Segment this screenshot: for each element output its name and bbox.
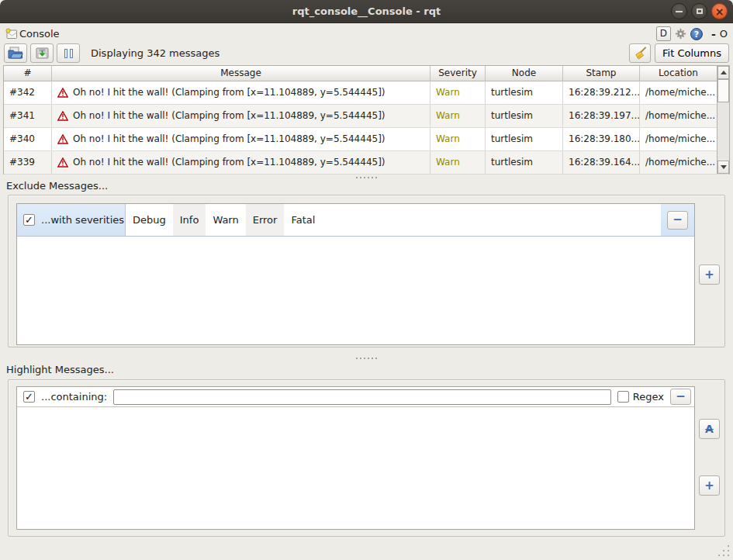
cell-id: #342: [4, 81, 52, 104]
containing-filter-input[interactable]: [113, 389, 611, 405]
titlebar: rqt_console__Console - rqt ×: [0, 0, 733, 23]
exclude-filter-list: ✓ ...with severities: Debug Info Warn Er…: [16, 203, 695, 345]
cell-location: /home/miche...: [640, 151, 717, 174]
rqt-window: rqt_console__Console - rqt × Console D: [0, 0, 733, 560]
pause-icon: [64, 49, 73, 58]
cell-message: Oh no! I hit the wall! (Clamping from [x…: [52, 105, 430, 127]
severity-filter-row[interactable]: ✓ ...with severities: Debug Info Warn Er…: [17, 204, 694, 237]
cell-id: #339: [4, 151, 52, 174]
column-header-id[interactable]: #: [4, 66, 52, 81]
message-text: Oh no! I hit the wall! (Clamping from [x…: [73, 81, 386, 104]
minimize-button[interactable]: [671, 3, 687, 19]
message-table: # Message Severity Node Stamp Location #…: [3, 65, 730, 175]
cell-location: /home/miche...: [640, 128, 717, 150]
save-disk-icon: [35, 47, 50, 60]
broom-icon: [633, 46, 648, 60]
scroll-down-button[interactable]: [717, 161, 729, 174]
dock-profile-button[interactable]: D: [656, 26, 671, 41]
cell-stamp: 16:28:39.212...: [563, 81, 640, 104]
minimize-icon: [676, 11, 683, 12]
containing-filter-checkbox[interactable]: ✓: [23, 391, 35, 403]
window-title: rqt_console__Console - rqt: [0, 0, 733, 22]
splitter-handle[interactable]: [0, 356, 733, 361]
cell-severity: Warn: [430, 151, 486, 174]
cell-node: turtlesim: [486, 128, 563, 150]
dock-header: Console D ? - O: [0, 25, 733, 43]
highlight-mode-toggle-button[interactable]: A: [699, 419, 720, 439]
cell-id: #341: [4, 105, 52, 127]
add-exclude-filter-button[interactable]: +: [699, 264, 720, 285]
warning-triangle-icon: [57, 134, 68, 144]
console-icon: [5, 28, 18, 40]
column-header-message[interactable]: Message: [52, 66, 430, 81]
exclude-section-label: Exclude Messages...: [6, 180, 108, 192]
cell-node: turtlesim: [486, 105, 563, 127]
window-controls: ×: [671, 3, 728, 19]
table-row[interactable]: #339 Oh no! I hit the wall! (Clamping fr…: [4, 151, 729, 175]
remove-highlight-filter-button[interactable]: −: [670, 389, 691, 405]
dock-minimize-button[interactable]: -: [711, 28, 716, 40]
exclude-groupbox: ✓ ...with severities: Debug Info Warn Er…: [8, 195, 725, 347]
cell-node: turtlesim: [486, 81, 563, 104]
severity-item-warn[interactable]: Warn: [206, 204, 245, 236]
dock-buttons: D ? - O: [656, 26, 728, 41]
table-row[interactable]: #340 Oh no! I hit the wall! (Clamping fr…: [4, 128, 729, 151]
severity-filter-left: ✓ ...with severities:: [17, 204, 125, 236]
close-icon: ×: [715, 6, 724, 17]
message-text: Oh no! I hit the wall! (Clamping from [x…: [73, 128, 386, 150]
regex-checkbox[interactable]: [617, 391, 629, 403]
severity-list: Debug Info Warn Error Fatal: [125, 204, 661, 236]
cell-severity: Warn: [430, 81, 486, 104]
column-header-severity[interactable]: Severity: [430, 66, 486, 81]
message-text: Oh no! I hit the wall! (Clamping from [x…: [73, 151, 386, 174]
pause-button[interactable]: [57, 43, 80, 63]
splitter-handle[interactable]: [0, 175, 733, 180]
cell-id: #340: [4, 128, 52, 150]
warning-triangle-icon: [57, 157, 68, 168]
table-row[interactable]: #341 Oh no! I hit the wall! (Clamping fr…: [4, 105, 729, 128]
highlight-section-label: Highlight Messages...: [6, 364, 114, 375]
column-header-node[interactable]: Node: [486, 66, 563, 81]
column-header-stamp[interactable]: Stamp: [563, 66, 640, 81]
cell-location: /home/miche...: [640, 105, 717, 127]
maximize-icon: [697, 9, 703, 14]
severity-item-fatal[interactable]: Fatal: [284, 204, 322, 236]
dock-close-button[interactable]: O: [720, 28, 728, 40]
scrollbar-thumb[interactable]: [717, 79, 729, 102]
severity-item-debug[interactable]: Debug: [126, 204, 173, 236]
cell-message: Oh no! I hit the wall! (Clamping from [x…: [52, 81, 430, 104]
settings-gear-icon[interactable]: [675, 28, 686, 40]
cell-message: Oh no! I hit the wall! (Clamping from [x…: [52, 128, 430, 150]
help-icon[interactable]: ?: [690, 28, 703, 40]
cell-stamp: 16:28:39.180...: [563, 128, 640, 150]
resize-grip[interactable]: [717, 544, 729, 556]
containing-filter-row[interactable]: ✓ ...containing: Regex −: [17, 387, 694, 407]
severity-filter-right: −: [661, 204, 694, 236]
fit-columns-button[interactable]: Fit Columns: [655, 43, 729, 63]
clear-messages-button[interactable]: [629, 43, 651, 63]
message-count-status: Displaying 342 messages: [91, 47, 220, 59]
arrow-down-icon: [721, 165, 727, 169]
save-messages-button[interactable]: [30, 43, 54, 63]
cell-location: /home/miche...: [640, 81, 717, 104]
severity-filter-label: ...with severities:: [41, 214, 127, 226]
warning-triangle-icon: [57, 111, 68, 121]
column-header-location[interactable]: Location: [640, 66, 717, 81]
cell-node: turtlesim: [486, 151, 563, 174]
remove-exclude-filter-button[interactable]: −: [667, 211, 688, 230]
maximize-button[interactable]: [691, 3, 707, 19]
table-row[interactable]: #342 Oh no! I hit the wall! (Clamping fr…: [4, 81, 729, 105]
severity-item-info[interactable]: Info: [173, 204, 206, 236]
severity-filter-checkbox[interactable]: ✓: [23, 214, 35, 226]
severity-item-error[interactable]: Error: [246, 204, 285, 236]
regex-option: Regex: [617, 391, 664, 403]
table-header: # Message Severity Node Stamp Location: [4, 66, 729, 81]
add-highlight-filter-button[interactable]: +: [699, 475, 720, 496]
table-scrollbar[interactable]: [717, 66, 729, 174]
scroll-up-button[interactable]: [717, 66, 729, 79]
close-button[interactable]: ×: [711, 3, 728, 19]
toolbar-right: Fit Columns: [629, 43, 729, 63]
warning-triangle-icon: [57, 88, 68, 98]
dock-title: Console: [19, 28, 60, 40]
load-messages-button[interactable]: [4, 43, 27, 63]
